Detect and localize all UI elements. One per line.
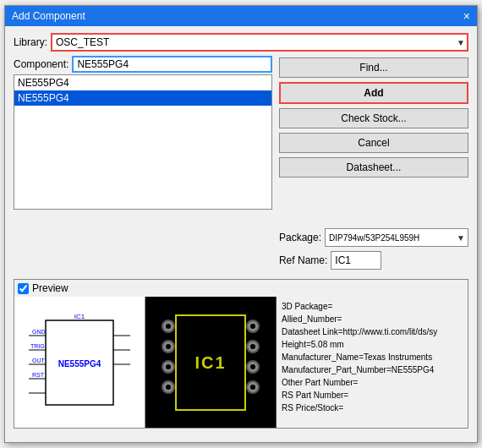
component-search-input[interactable] bbox=[72, 56, 272, 73]
preview-label: Preview bbox=[32, 282, 68, 294]
ref-row: Ref Name: bbox=[279, 251, 468, 270]
preview-checkbox[interactable] bbox=[18, 283, 29, 294]
pad-r1-hole bbox=[250, 324, 255, 329]
title-bar: Add Component × bbox=[5, 6, 477, 26]
pad-r2 bbox=[246, 340, 260, 353]
pad-l1-hole bbox=[166, 324, 171, 329]
close-button[interactable]: × bbox=[463, 10, 470, 22]
pcb-chip: IC1 bbox=[160, 308, 261, 418]
pad-r1 bbox=[246, 320, 260, 333]
pcb-preview: IC1 bbox=[145, 297, 277, 428]
pad-l4-hole bbox=[166, 385, 171, 390]
svg-text:NE555PG4: NE555PG4 bbox=[58, 359, 101, 369]
library-select-wrapper: OSC_TEST ▼ bbox=[51, 33, 468, 52]
info-text: 3D Package= Allied_Number= Datasheet Lin… bbox=[277, 297, 468, 428]
add-button[interactable]: Add bbox=[279, 82, 468, 104]
svg-text:RST: RST bbox=[32, 372, 45, 378]
add-component-dialog: Add Component × Library: OSC_TEST ▼ Comp… bbox=[4, 5, 478, 443]
bottom-bar bbox=[5, 435, 477, 442]
library-row: Library: OSC_TEST ▼ bbox=[14, 33, 468, 52]
pad-r2-hole bbox=[250, 344, 255, 349]
check-stock-button[interactable]: Check Stock... bbox=[279, 108, 468, 128]
info-line-3: Height=5.08 mm bbox=[282, 338, 463, 351]
pad-r4 bbox=[246, 380, 260, 394]
info-line-2: Datasheet Link=http://www.ti.com/lit/ds/… bbox=[282, 325, 463, 338]
find-button[interactable]: Find... bbox=[279, 57, 468, 78]
pad-r3 bbox=[246, 360, 260, 374]
component-section: Component: NE555PG4 NE555PG4 bbox=[14, 56, 272, 274]
datasheet-button[interactable]: Datasheet... bbox=[279, 157, 468, 178]
schematic-preview: GND TRIG OUT RST NE555PG4 IC1 bbox=[14, 297, 145, 428]
info-line-0: 3D Package= bbox=[282, 300, 463, 313]
list-item[interactable]: NE555PG4 bbox=[14, 75, 271, 90]
svg-text:GND: GND bbox=[32, 329, 46, 335]
library-label: Library: bbox=[14, 36, 47, 48]
pad-l3 bbox=[162, 360, 175, 374]
info-line-4: Manufacturer_Name=Texas Instruments bbox=[282, 351, 463, 363]
component-label-row: Component: bbox=[14, 56, 272, 73]
main-section: Component: NE555PG4 NE555PG4 Find... Add… bbox=[14, 56, 468, 274]
cancel-button[interactable]: Cancel bbox=[279, 133, 468, 153]
dialog-body: Library: OSC_TEST ▼ Component: NE555PG4 … bbox=[5, 26, 477, 435]
pad-l2-hole bbox=[166, 344, 171, 349]
info-line-6: Other Part Number= bbox=[282, 376, 463, 389]
ref-name-label: Ref Name: bbox=[279, 254, 327, 266]
right-panel: Find... Add Check Stock... Cancel Datash… bbox=[279, 56, 468, 274]
pad-l3-hole bbox=[166, 364, 171, 369]
pad-l4 bbox=[162, 380, 175, 394]
schematic-svg: GND TRIG OUT RST NE555PG4 IC1 bbox=[20, 303, 139, 422]
info-line-1: Allied_Number= bbox=[282, 313, 463, 325]
package-row: Package: DIP794w/53P254L959H ▼ bbox=[279, 228, 468, 247]
preview-content: GND TRIG OUT RST NE555PG4 IC1 bbox=[14, 297, 468, 428]
info-line-5: Manufacturer_Part_Number=NE555PG4 bbox=[282, 363, 463, 376]
component-label: Component: bbox=[14, 58, 68, 70]
info-line-7: RS Part Number= bbox=[282, 389, 463, 402]
pad-l2 bbox=[162, 340, 175, 353]
pad-l1 bbox=[162, 320, 175, 333]
pad-r3-hole bbox=[250, 364, 255, 369]
preview-section: Preview bbox=[14, 279, 468, 429]
component-list[interactable]: NE555PG4 NE555PG4 bbox=[14, 74, 272, 210]
pcb-chip-label: IC1 bbox=[194, 352, 226, 372]
package-select-wrapper: DIP794w/53P254L959H ▼ bbox=[325, 228, 468, 247]
ref-name-input[interactable] bbox=[331, 251, 381, 270]
buttons-section: Find... Add Check Stock... Cancel Datash… bbox=[279, 56, 468, 178]
svg-text:OUT: OUT bbox=[32, 358, 46, 363]
svg-text:TRIG: TRIG bbox=[30, 343, 45, 349]
pad-r4-hole bbox=[250, 385, 255, 390]
info-line-8: RS Price/Stock= bbox=[282, 402, 463, 414]
dialog-title: Add Component bbox=[12, 10, 85, 22]
svg-text:IC1: IC1 bbox=[74, 313, 85, 320]
list-item-selected[interactable]: NE555PG4 bbox=[14, 90, 271, 106]
package-label: Package: bbox=[279, 232, 321, 243]
library-dropdown[interactable]: OSC_TEST bbox=[51, 33, 468, 52]
preview-checkbox-row: Preview bbox=[14, 280, 468, 297]
package-dropdown[interactable]: DIP794w/53P254L959H bbox=[325, 228, 468, 247]
